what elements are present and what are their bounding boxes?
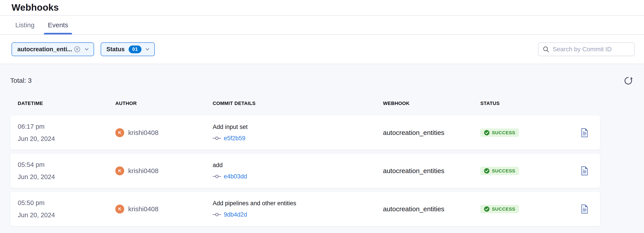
commit-icon — [213, 212, 221, 217]
datetime-cell: 06:17 pm Jun 20, 2024 — [18, 123, 115, 142]
payload-document-icon[interactable] — [580, 204, 588, 214]
commit-icon — [213, 174, 221, 179]
event-time: 06:17 pm — [18, 123, 115, 130]
check-circle-icon — [484, 130, 490, 136]
active-tab-indicator — [44, 33, 72, 34]
chevron-down-icon[interactable] — [144, 46, 150, 52]
author-name: krishi0408 — [128, 205, 158, 213]
tab-listing[interactable]: Listing — [14, 16, 36, 34]
events-list: 06:17 pm Jun 20, 2024 K krishi0408 Add i… — [10, 115, 600, 226]
commit-id-link[interactable]: 9db4d2d — [224, 211, 247, 218]
avatar: K — [115, 166, 124, 175]
tab-listing-label: Listing — [15, 21, 34, 29]
author-name: krishi0408 — [128, 167, 158, 175]
payload-cell — [569, 204, 600, 214]
title-bar: Webhooks — [0, 0, 644, 16]
event-table-row: 05:50 pm Jun 20, 2024 K krishi0408 Add p… — [10, 192, 600, 226]
event-table-row: 05:54 pm Jun 20, 2024 K krishi0408 add e… — [10, 154, 600, 188]
status-cell: SUCCESS — [480, 167, 569, 175]
webhook-name-cell: autocreation_entities — [383, 205, 480, 213]
refresh-button[interactable] — [623, 75, 633, 86]
event-table-row: 06:17 pm Jun 20, 2024 K krishi0408 Add i… — [10, 115, 600, 150]
column-header-author: AUTHOR — [115, 101, 213, 106]
commit-icon — [213, 136, 221, 141]
status-badge: SUCCESS — [480, 167, 519, 175]
webhooks-events-page: Webhooks Listing Events autocreation_ent… — [0, 0, 644, 233]
avatar: K — [115, 128, 124, 137]
status-cell: SUCCESS — [480, 128, 569, 137]
webhook-filter-label: autocreation_enti... — [17, 46, 72, 53]
column-header-commit-details: COMMIT DETAILS — [213, 101, 383, 106]
status-filter-chip[interactable]: Status 01 — [101, 42, 155, 56]
author-cell: K krishi0408 — [115, 205, 213, 213]
status-label: SUCCESS — [492, 206, 516, 212]
status-filter-label: Status — [106, 46, 125, 53]
datetime-cell: 05:54 pm Jun 20, 2024 — [18, 161, 115, 181]
refresh-icon — [623, 75, 633, 86]
status-filter-count-badge: 01 — [128, 46, 142, 53]
event-date: Jun 20, 2024 — [18, 211, 115, 219]
tab-events[interactable]: Events — [46, 16, 70, 34]
circle-x-icon[interactable] — [74, 46, 81, 53]
commit-message: Add pipelines and other entities — [213, 200, 383, 207]
column-header-webhook: WEBHOOK — [383, 101, 480, 106]
commit-message: add — [213, 162, 383, 169]
commit-id-link[interactable]: e4b03dd — [224, 173, 247, 180]
payload-document-icon[interactable] — [580, 128, 588, 138]
event-date: Jun 20, 2024 — [18, 135, 115, 142]
commit-details-cell: Add input set e5f2b59 — [213, 124, 383, 142]
total-count-label: Total: 3 — [10, 77, 32, 84]
status-label: SUCCESS — [492, 168, 516, 173]
tab-events-label: Events — [48, 21, 68, 29]
search-box — [538, 42, 635, 56]
commit-id-link[interactable]: e5f2b59 — [224, 135, 246, 142]
payload-cell — [569, 166, 600, 176]
commit-details-cell: add e4b03dd — [213, 162, 383, 180]
total-row: Total: 3 — [10, 76, 633, 85]
chevron-down-icon[interactable] — [84, 46, 90, 52]
author-name: krishi0408 — [128, 129, 158, 136]
webhook-name-cell: autocreation_entities — [383, 129, 480, 136]
events-content: Total: 3 DATETIME AUTHOR COMMIT DETAILS … — [0, 64, 644, 233]
commit-message: Add input set — [213, 124, 383, 130]
column-header-datetime: DATETIME — [18, 101, 115, 106]
author-cell: K krishi0408 — [115, 166, 213, 175]
event-time: 05:54 pm — [18, 161, 115, 168]
check-circle-icon — [484, 206, 490, 212]
table-header: DATETIME AUTHOR COMMIT DETAILS WEBHOOK S… — [10, 98, 600, 109]
payload-cell — [569, 128, 600, 138]
status-badge: SUCCESS — [480, 128, 519, 137]
status-label: SUCCESS — [492, 130, 516, 135]
commit-details-cell: Add pipelines and other entities 9db4d2d — [213, 200, 383, 218]
webhook-filter-chip[interactable]: autocreation_enti... — [12, 42, 94, 56]
search-icon — [542, 46, 550, 53]
filter-bar: autocreation_enti... Status 01 — [0, 35, 644, 64]
search-input[interactable] — [553, 46, 630, 53]
page-title: Webhooks — [12, 2, 59, 13]
status-badge: SUCCESS — [480, 205, 519, 213]
event-time: 05:50 pm — [18, 199, 115, 206]
datetime-cell: 05:50 pm Jun 20, 2024 — [18, 199, 115, 219]
column-header-status: STATUS — [480, 101, 569, 106]
tabs-bar: Listing Events — [0, 16, 644, 35]
check-circle-icon — [484, 168, 490, 174]
event-date: Jun 20, 2024 — [18, 173, 115, 181]
payload-document-icon[interactable] — [580, 166, 588, 176]
status-cell: SUCCESS — [480, 205, 569, 213]
webhook-name-cell: autocreation_entities — [383, 167, 480, 175]
author-cell: K krishi0408 — [115, 128, 213, 137]
avatar: K — [115, 205, 124, 213]
